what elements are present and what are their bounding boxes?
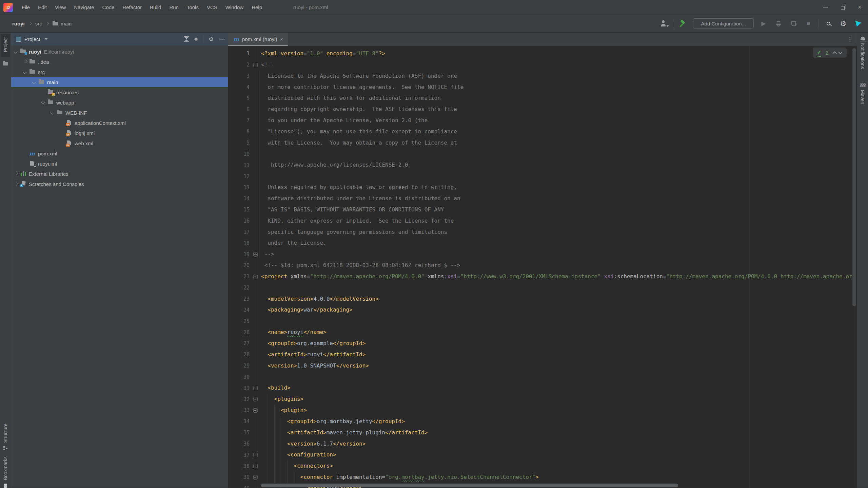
- code-line-5[interactable]: 5 distributed with this work for additio…: [228, 93, 857, 104]
- hide-toolwindow-button[interactable]: —: [219, 36, 224, 42]
- code-line-37[interactable]: 37− <configuration>: [228, 449, 857, 461]
- breadcrumb-item-main[interactable]: main: [53, 21, 72, 26]
- fold-start-icon[interactable]: −: [253, 475, 258, 480]
- chevron-down-icon[interactable]: [44, 38, 48, 40]
- stop-button[interactable]: ■: [803, 19, 813, 29]
- menu-window[interactable]: Window: [221, 0, 248, 15]
- chevron-down-icon[interactable]: [32, 80, 36, 84]
- search-everywhere-button[interactable]: [823, 19, 833, 29]
- ide-updates-button[interactable]: [853, 19, 863, 29]
- chevron-down-icon[interactable]: [23, 70, 27, 74]
- code-line-33[interactable]: 33− <plugin>: [228, 405, 857, 416]
- chevron-right-icon[interactable]: [14, 182, 18, 186]
- fold-start-icon[interactable]: −: [253, 386, 258, 390]
- next-problem-icon[interactable]: [838, 50, 843, 54]
- code-line-23[interactable]: 23 <modelVersion>4.0.0</modelVersion>: [228, 294, 857, 305]
- menu-edit[interactable]: Edit: [34, 0, 51, 15]
- code-line-29[interactable]: 29 <version>1.0-SNAPSHOT</version>: [228, 360, 857, 372]
- code-line-24[interactable]: 24 <packaging>war</packaging>: [228, 304, 857, 316]
- code-line-13[interactable]: 13 Unless required by applicable law or …: [228, 182, 857, 193]
- tab-close-icon[interactable]: ×: [280, 36, 283, 42]
- fold-start-icon[interactable]: −: [253, 453, 258, 457]
- code-line-9[interactable]: 9 with the License. You may obtain a cop…: [228, 137, 857, 149]
- fold-end-icon[interactable]: [253, 252, 258, 257]
- code-line-39[interactable]: 39− <connector implementation="org.mortb…: [228, 472, 857, 483]
- fold-start-icon[interactable]: −: [253, 408, 258, 413]
- stripe-tab-project[interactable]: Project: [1, 34, 10, 57]
- toolwindow-settings-button[interactable]: ⚙: [209, 36, 214, 42]
- breadcrumb-item-src[interactable]: src: [35, 21, 42, 26]
- tree-item-resources[interactable]: resources: [11, 87, 228, 97]
- tree-item-scratches-and-consoles[interactable]: Scratches and Consoles: [11, 179, 228, 189]
- code-line-1[interactable]: 1<?xml version="1.0" encoding="UTF-8"?>: [228, 48, 857, 59]
- code-line-4[interactable]: 4 or more contributor license agreements…: [228, 82, 857, 93]
- code-line-17[interactable]: 17 specific language governing permissio…: [228, 227, 857, 238]
- code-line-31[interactable]: 31− <build>: [228, 382, 857, 394]
- tab-options-button[interactable]: ⋮: [847, 33, 857, 46]
- code-line-8[interactable]: 8 "License"); you may not use this file …: [228, 126, 857, 137]
- settings-button[interactable]: ⚙: [838, 19, 848, 29]
- run-button[interactable]: ▶: [758, 19, 769, 29]
- build-project-button[interactable]: [678, 19, 688, 29]
- menu-run[interactable]: Run: [165, 0, 183, 15]
- fold-start-icon[interactable]: −: [253, 464, 258, 468]
- tree-item-applicationcontext-xml[interactable]: <>applicationContext.xml: [11, 118, 228, 128]
- code-line-10[interactable]: 10: [228, 149, 857, 160]
- stripe-tab-notifications[interactable]: Notifications: [860, 33, 865, 69]
- tree-item-main[interactable]: main: [11, 77, 228, 87]
- fold-start-icon[interactable]: −: [253, 397, 258, 401]
- code-line-26[interactable]: 26 <name>ruoyi</name>: [228, 327, 857, 338]
- tree-item-web-xml[interactable]: <>web.xml: [11, 138, 228, 148]
- code-line-14[interactable]: 14 software distributed under the Licens…: [228, 193, 857, 204]
- code-line-20[interactable]: 20 <!-- $Id: pom.xml 642118 2008-03-28 0…: [228, 260, 857, 271]
- menu-tools[interactable]: Tools: [183, 0, 203, 15]
- code-line-38[interactable]: 38− <connectors>: [228, 461, 857, 472]
- tree-item-pom-xml[interactable]: mpom.xml: [11, 148, 228, 158]
- code-line-25[interactable]: 25: [228, 316, 857, 327]
- code-line-2[interactable]: 2−<!--: [228, 59, 857, 71]
- code-line-36[interactable]: 36 <version>6.1.7</version>: [228, 438, 857, 450]
- debug-button[interactable]: [773, 19, 784, 29]
- code-line-28[interactable]: 28 <artifactId>ruoyi</artifactId>: [228, 349, 857, 360]
- minimize-button[interactable]: [817, 0, 834, 15]
- menu-vcs[interactable]: VCS: [203, 0, 221, 15]
- code-editor[interactable]: 1<?xml version="1.0" encoding="UTF-8"?>2…: [228, 46, 857, 488]
- code-line-11[interactable]: 11 http://www.apache.org/licenses/LICENS…: [228, 159, 857, 171]
- menu-refactor[interactable]: Refactor: [118, 0, 146, 15]
- menu-navigate[interactable]: Navigate: [70, 0, 98, 15]
- code-line-7[interactable]: 7 to you under the Apache License, Versi…: [228, 115, 857, 126]
- tree-item-external-libraries[interactable]: External Libraries: [11, 169, 228, 179]
- stripe-tab-bookmarks[interactable]: Bookmarks: [3, 456, 8, 488]
- menu-build[interactable]: Build: [146, 0, 165, 15]
- inspection-widget[interactable]: ✓ 2: [813, 48, 847, 58]
- code-line-27[interactable]: 27 <groupId>org.example</groupId>: [228, 338, 857, 349]
- stripe-tab-structure[interactable]: Structure: [3, 424, 8, 450]
- code-line-3[interactable]: 3 Licensed to the Apache Software Founda…: [228, 71, 857, 82]
- code-line-32[interactable]: 32− <plugins>: [228, 394, 857, 405]
- restore-button[interactable]: [834, 0, 851, 15]
- horizontal-scrollbar[interactable]: [261, 484, 678, 487]
- tree-item-ruoyi[interactable]: ruoyiE:\learn\ruoyi: [11, 46, 228, 57]
- tree-item-webapp[interactable]: webapp: [11, 97, 228, 108]
- menu-file[interactable]: File: [18, 0, 34, 15]
- code-line-22[interactable]: 22: [228, 282, 857, 294]
- menu-help[interactable]: Help: [248, 0, 266, 15]
- code-line-19[interactable]: 19 -->: [228, 249, 857, 260]
- code-line-34[interactable]: 34 <groupId>org.mortbay.jetty</groupId>: [228, 416, 857, 427]
- chevron-down-icon[interactable]: [51, 111, 55, 115]
- tab-pom-xml[interactable]: m pom.xml (ruoyi) ×: [228, 33, 288, 46]
- code-line-16[interactable]: 16 KIND, either express or implied. See …: [228, 215, 857, 227]
- breadcrumb-item-ruoyi[interactable]: ruoyi: [12, 21, 25, 26]
- vertical-scrollbar[interactable]: [852, 48, 856, 306]
- run-with-coverage-button[interactable]: [788, 19, 798, 29]
- stripe-tab-maven[interactable]: m Maven: [860, 81, 866, 104]
- collapse-all-button[interactable]: [194, 37, 198, 41]
- chevron-right-icon[interactable]: [14, 172, 18, 176]
- tree-item--idea[interactable]: .idea: [11, 57, 228, 67]
- expand-all-button[interactable]: [184, 36, 189, 42]
- fold-start-icon[interactable]: −: [253, 275, 258, 279]
- chevron-right-icon[interactable]: [23, 60, 27, 64]
- tree-item-web-inf[interactable]: WEB-INF: [11, 108, 228, 118]
- code-line-35[interactable]: 35 <artifactId>maven-jetty-plugin</artif…: [228, 427, 857, 438]
- tree-item-log4j-xml[interactable]: <>log4j.xml: [11, 128, 228, 138]
